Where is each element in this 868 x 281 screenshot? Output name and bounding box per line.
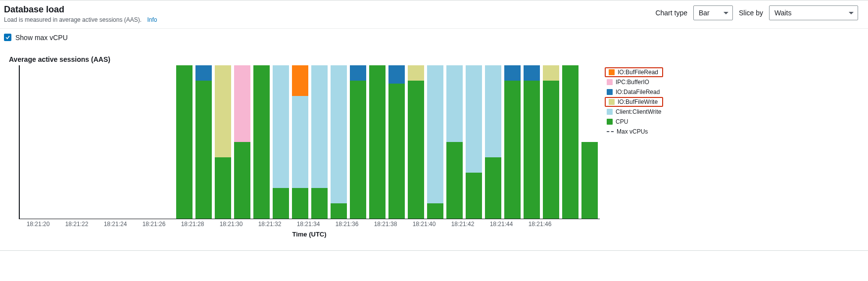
bar-segment bbox=[562, 65, 579, 219]
bar-segment bbox=[466, 65, 482, 173]
show-max-vcpu-label: Show max vCPU bbox=[15, 34, 68, 42]
chart-bar[interactable] bbox=[234, 65, 250, 219]
chart-bar[interactable] bbox=[427, 65, 443, 219]
chart-bar[interactable] bbox=[215, 65, 231, 219]
page-subtitle: Load is measured in average active sessi… bbox=[4, 16, 157, 23]
bar-segment bbox=[408, 81, 424, 219]
bar-segment bbox=[331, 65, 347, 203]
bar-segment bbox=[273, 65, 289, 188]
bar-segment bbox=[311, 188, 328, 219]
bar-segment bbox=[427, 65, 443, 203]
bar-segment bbox=[311, 65, 328, 188]
chart-bar[interactable] bbox=[446, 65, 463, 219]
chart-bar[interactable] bbox=[562, 65, 579, 219]
legend-item-max-vcpus[interactable]: Max vCPUs bbox=[605, 127, 663, 137]
chart-bar[interactable] bbox=[524, 65, 540, 219]
database-load-panel: Database load Load is measured in averag… bbox=[0, 0, 868, 251]
x-tick-label: 18:21:20 bbox=[27, 221, 50, 228]
bar-segment bbox=[215, 157, 231, 219]
bar-segment bbox=[504, 65, 521, 81]
legend-label: IO:BufFileRead bbox=[618, 69, 658, 76]
bar-segment bbox=[195, 65, 212, 81]
legend-label: IPC:BufferIO bbox=[616, 79, 649, 86]
chart-type-select[interactable]: Bar bbox=[693, 5, 733, 20]
x-tick-label: 18:21:44 bbox=[490, 221, 513, 228]
x-tick-label: 18:21:24 bbox=[104, 221, 127, 228]
bar-segment bbox=[331, 203, 347, 219]
chart-bar[interactable] bbox=[581, 142, 598, 219]
bar-segment bbox=[446, 142, 463, 219]
chart-plot: 18:21:2018:21:2218:21:2418:21:2618:21:28… bbox=[19, 65, 600, 243]
bar-segment bbox=[408, 65, 424, 81]
legend-dash-icon bbox=[607, 131, 614, 132]
bar-segment bbox=[388, 84, 405, 219]
x-tick-label: 18:21:36 bbox=[336, 221, 359, 228]
legend-label: Max vCPUs bbox=[617, 128, 648, 135]
x-tick-label: 18:21:40 bbox=[413, 221, 436, 228]
legend-item[interactable]: Client:ClientWrite bbox=[605, 107, 663, 117]
bar-segment bbox=[446, 65, 463, 142]
x-tick-label: 18:21:34 bbox=[297, 221, 320, 228]
chart-bar[interactable] bbox=[253, 65, 270, 219]
chart-subtitle: Average active sessions (AAS) bbox=[9, 55, 858, 63]
bar-segment bbox=[543, 81, 559, 219]
chart-bar[interactable] bbox=[195, 65, 212, 219]
x-axis bbox=[19, 219, 600, 220]
show-max-vcpu-checkbox[interactable] bbox=[4, 34, 11, 41]
legend-label: Client:ClientWrite bbox=[616, 108, 661, 115]
bar-segment bbox=[543, 65, 559, 81]
chart-bar[interactable] bbox=[504, 65, 521, 219]
page-title: Database load bbox=[4, 4, 157, 15]
legend-item[interactable]: IO:BufFileRead bbox=[605, 67, 663, 77]
chart-bar[interactable] bbox=[408, 65, 424, 219]
chart-bar[interactable] bbox=[543, 65, 559, 219]
caret-down-icon bbox=[723, 12, 728, 14]
x-tick-label: 18:21:32 bbox=[258, 221, 282, 228]
legend-label: CPU bbox=[616, 118, 628, 125]
bar-segment bbox=[292, 188, 308, 219]
legend-item[interactable]: IPC:BufferIO bbox=[605, 77, 663, 87]
legend-swatch-icon bbox=[609, 69, 615, 75]
check-icon bbox=[5, 35, 10, 40]
legend-label: IO:DataFileRead bbox=[616, 89, 660, 95]
legend-item[interactable]: IO:DataFileRead bbox=[605, 87, 663, 97]
legend-item[interactable]: CPU bbox=[605, 117, 663, 127]
chart-bar[interactable] bbox=[176, 65, 193, 219]
bar-segment bbox=[524, 65, 540, 81]
caret-down-icon bbox=[849, 12, 854, 14]
chart-bar[interactable] bbox=[273, 65, 289, 219]
legend-swatch-icon bbox=[607, 79, 613, 85]
bar-segment bbox=[215, 65, 231, 157]
chart-bar[interactable] bbox=[466, 65, 482, 219]
bar-segment bbox=[195, 81, 212, 219]
bar-segment bbox=[388, 65, 405, 84]
bar-segment bbox=[524, 81, 540, 219]
legend-swatch-icon bbox=[607, 109, 613, 115]
legend-swatch-icon bbox=[607, 89, 613, 95]
chart-bar[interactable] bbox=[485, 65, 501, 219]
chart-bar[interactable] bbox=[350, 65, 366, 219]
x-tick-label: 18:21:22 bbox=[65, 221, 89, 228]
subtitle-text: Load is measured in average active sessi… bbox=[4, 16, 142, 23]
x-axis-label: Time (UTC) bbox=[292, 231, 326, 238]
legend-swatch-icon bbox=[609, 99, 615, 105]
x-tick-label: 18:21:26 bbox=[143, 221, 166, 228]
slice-by-select[interactable]: Waits bbox=[769, 5, 858, 20]
chart-type-label: Chart type bbox=[655, 9, 687, 17]
bar-segment bbox=[504, 81, 521, 219]
chart-bar[interactable] bbox=[311, 65, 328, 219]
x-tick-label: 18:21:42 bbox=[451, 221, 475, 228]
legend-item[interactable]: IO:BufFileWrite bbox=[605, 97, 663, 107]
x-tick-label: 18:21:46 bbox=[529, 221, 552, 228]
info-link[interactable]: Info bbox=[147, 16, 157, 23]
chart-bar[interactable] bbox=[331, 65, 347, 219]
bar-segment bbox=[427, 203, 443, 219]
bar-segment bbox=[234, 65, 250, 142]
chart-bar[interactable] bbox=[292, 65, 308, 219]
chart-bar[interactable] bbox=[369, 65, 386, 219]
legend-swatch-icon bbox=[607, 119, 613, 125]
x-tick-label: 18:21:38 bbox=[374, 221, 397, 228]
chart-bar[interactable] bbox=[388, 65, 405, 219]
bar-segment bbox=[485, 65, 501, 157]
bar-segment bbox=[581, 142, 598, 219]
